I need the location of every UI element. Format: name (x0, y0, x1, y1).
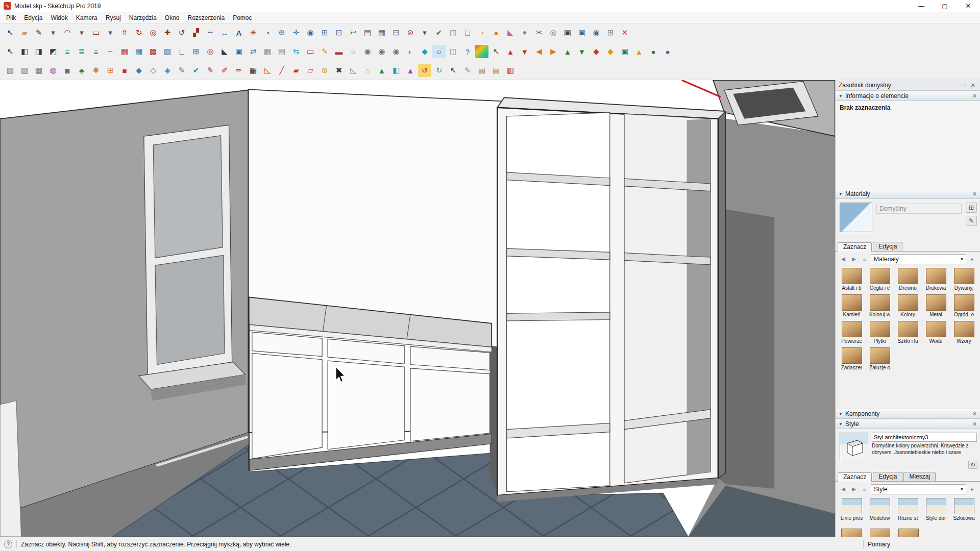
back-button[interactable]: ◀ (839, 255, 848, 264)
diamond-red-icon[interactable]: ◆ (590, 45, 603, 58)
minimize-button[interactable]: — (910, 0, 933, 12)
measurements-box[interactable] (894, 540, 976, 549)
align-free-icon[interactable]: ≡ (89, 45, 103, 58)
lock-icon[interactable]: ◙ (61, 64, 74, 77)
gradient-box-icon-3[interactable]: ◩ (46, 45, 60, 58)
monitor-icon[interactable]: ▣ (561, 26, 574, 39)
back-button[interactable]: ◀ (839, 485, 848, 494)
style-name-input[interactable] (872, 433, 977, 442)
plant-icon[interactable]: ♣ (75, 64, 88, 77)
cube-teal-icon[interactable]: ◆ (132, 64, 145, 77)
select-plus-icon[interactable]: ↖ (489, 45, 503, 58)
pan-tool[interactable]: ✛ (289, 26, 303, 39)
tri-yellow-icon[interactable]: ▲ (632, 45, 646, 58)
collapse-arrow-icon[interactable]: ▼ (839, 94, 843, 98)
style-thumbnail-icon[interactable] (870, 529, 890, 537)
jug-icon[interactable]: ◫ (447, 26, 460, 39)
home-button[interactable]: ⌂ (860, 485, 869, 494)
red-bar-icon[interactable]: ▬ (332, 45, 346, 58)
material-category[interactable]: Szkło i lu (894, 321, 922, 347)
magnifier-gray-icon-2[interactable]: ◉ (375, 45, 388, 58)
style-preview[interactable] (840, 433, 868, 462)
tape-measure-tool[interactable]: ╍ (204, 26, 217, 39)
mug-icon[interactable]: ◻ (461, 26, 474, 39)
slope-red-icon[interactable]: ╱ (275, 64, 288, 77)
line-tool[interactable]: ✎ (32, 26, 45, 39)
material-category[interactable]: Drukowa (922, 268, 950, 294)
material-category[interactable]: Zadaszer (838, 347, 866, 374)
guide-dashes-icon[interactable]: ╌ (104, 45, 117, 58)
menu-item[interactable]: Pomoc (229, 13, 256, 22)
protractor-yellow-icon[interactable]: ◔ (475, 26, 488, 39)
help-icon[interactable]: ? (461, 45, 474, 58)
menu-item[interactable]: Widok (46, 13, 71, 22)
grid-icon[interactable]: ⊞ (604, 26, 617, 39)
monitor-icon-2[interactable]: ▣ (575, 26, 589, 39)
home-button[interactable]: ⌂ (860, 255, 869, 264)
section-header-components[interactable]: ▼ Komponenty ✕ (836, 409, 980, 419)
window-grid-icon[interactable]: ⊞ (189, 45, 203, 58)
sphere-shaded-icon[interactable]: ◐ (404, 45, 417, 58)
corner-icon[interactable]: ∟ (175, 45, 188, 58)
pyramid-purple-icon[interactable]: ▲ (404, 64, 417, 77)
target-red-icon[interactable]: ◎ (204, 45, 217, 58)
material-category[interactable]: Koloruj w (866, 294, 894, 321)
section-header-styles[interactable]: ▼ Style ✕ (836, 419, 980, 429)
align-edges-icon[interactable]: ≡ (61, 45, 74, 58)
material-category[interactable]: Kolory (894, 294, 922, 321)
pushpull-tool[interactable]: ⇧ (118, 26, 131, 39)
pattern-red2-icon[interactable]: ▩ (146, 45, 160, 58)
material-category[interactable]: Woda (922, 321, 950, 347)
box-3d-icon-3[interactable]: ▩ (32, 64, 45, 77)
line-tool-dropdown[interactable]: ▾ (46, 26, 60, 39)
grid-orange-icon[interactable]: ⊞ (104, 64, 117, 77)
material-category[interactable]: Kamień (838, 294, 866, 321)
style-category[interactable]: Różne st (894, 498, 922, 522)
close-icon[interactable]: ✕ (972, 93, 977, 99)
style-category[interactable]: Modelow (866, 498, 894, 522)
pencil-red-icon[interactable]: ✎ (204, 64, 217, 77)
exchange-icon[interactable]: ⇆ (289, 45, 303, 58)
text-tool[interactable]: A (232, 26, 246, 39)
style-category[interactable]: Style dor (922, 498, 950, 522)
red-x-icon[interactable]: ✕ (618, 26, 631, 39)
cube-teal-icon-3[interactable]: ◈ (161, 64, 174, 77)
context-help-icon[interactable]: ? (4, 540, 12, 548)
triangle-pink-icon[interactable]: ◣ (504, 26, 517, 39)
maximize-button[interactable]: ▢ (933, 0, 957, 12)
refresh-style-button[interactable]: ↻ (968, 461, 977, 469)
section-plane-tool[interactable]: ⊟ (389, 26, 403, 39)
forward-button[interactable]: ▶ (849, 485, 859, 494)
axes-tool[interactable]: ✳ (247, 26, 260, 39)
red-rect-icon[interactable]: ▭ (304, 45, 317, 58)
pyramid-green-icon[interactable]: ▲ (375, 64, 388, 77)
style-thumbnail-icon[interactable] (898, 529, 919, 537)
style-thumbnail-icon[interactable] (841, 529, 862, 537)
collapse-arrow-icon[interactable]: ▼ (839, 422, 843, 427)
tray-header[interactable]: Zasobnik domyślny ▫ ✕ (836, 80, 980, 91)
sphere-blue-icon[interactable]: ● (661, 45, 674, 58)
shape-tool-dropdown[interactable]: ▾ (104, 26, 117, 39)
grid-gray-icon-2[interactable]: ▤ (275, 45, 288, 58)
model-viewport[interactable] (0, 80, 835, 537)
gradient-box-icon[interactable]: ◧ (18, 45, 31, 58)
undo-red-icon[interactable]: ↺ (418, 64, 431, 77)
menu-item[interactable]: Okno (161, 13, 184, 22)
pencil-red-icon-3[interactable]: ✏ (232, 64, 246, 77)
gradient-triangle-icon[interactable]: ◣ (218, 45, 231, 58)
zoom-tool[interactable]: ◉ (304, 26, 317, 39)
swap-icon[interactable]: ⇄ (247, 45, 260, 58)
collapse-arrow-icon[interactable]: ▼ (839, 412, 843, 416)
followme-tool[interactable]: ↻ (132, 26, 145, 39)
box-green-icon[interactable]: ▣ (618, 45, 631, 58)
donut-icon[interactable]: ◎ (547, 26, 560, 39)
axis-south-icon[interactable]: ▼ (518, 45, 531, 58)
cube-teal-icon-2[interactable]: ◇ (146, 64, 160, 77)
create-material-button[interactable]: ⊞ (966, 203, 977, 213)
eraser-tool[interactable]: ▰ (18, 26, 31, 39)
axis-down-icon[interactable]: ▼ (575, 45, 589, 58)
pattern-blue-icon[interactable]: ▦ (132, 45, 145, 58)
sphere-purple-icon[interactable]: ◍ (46, 64, 60, 77)
material-name-field[interactable]: Domyślny (876, 204, 962, 214)
materials-collection-dropdown[interactable]: Materiały ▾ (871, 254, 966, 264)
